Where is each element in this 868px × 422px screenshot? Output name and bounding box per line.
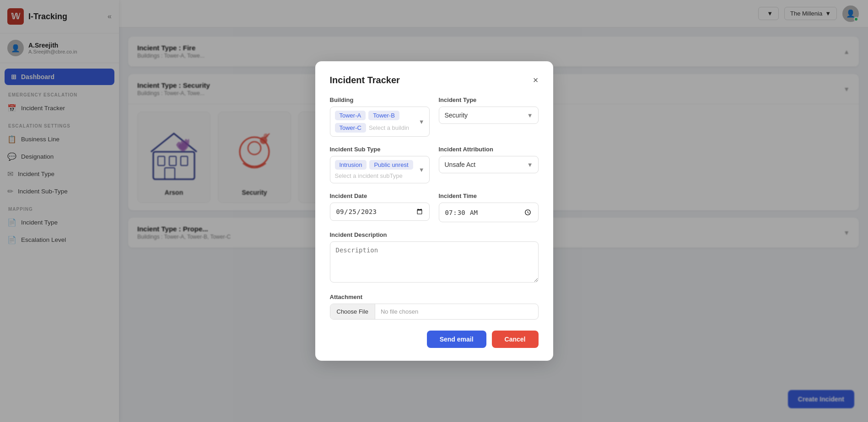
sub-type-tag-public-unrest: Public unrest [369,160,413,170]
building-tags-input[interactable]: Tower-A Tower-B Tower-C Select a buildin… [330,107,430,137]
attribution-select[interactable]: Unsafe Act Negligence External Factor [439,156,539,173]
incident-date-input[interactable] [330,203,430,221]
modal-row-building-type: Building Tower-A Tower-B Tower-C Select … [330,96,539,137]
attribution-label: Incident Attribution [439,146,539,153]
modal-title: Incident Tracker [330,75,400,85]
modal-group-attachment: Attachment Choose File No file chosen [330,294,539,320]
building-label: Building [330,96,430,103]
sub-type-placeholder: Select a incident subType [335,172,403,179]
chevron-down-icon: ▼ [419,166,425,173]
modal-actions: Send email Cancel [330,331,539,348]
modal-group-date: Incident Date [330,192,430,222]
modal-group-time: Incident Time [439,192,539,222]
choose-file-button[interactable]: Choose File [330,304,375,319]
file-input-row: Choose File No file chosen [330,304,539,320]
modal-header: Incident Tracker × [330,75,539,85]
chevron-down-icon: ▼ [419,118,425,125]
building-tag-towera: Tower-A [335,111,366,120]
modal-group-attribution: Incident Attribution Unsafe Act Negligen… [439,146,539,183]
incident-time-input[interactable] [439,203,539,222]
modal-overlay: Incident Tracker × Building Tower-A Towe… [0,0,868,422]
incident-type-label: Incident Type [439,96,539,103]
modal-group-incident-type: Incident Type Security Fire Property Med… [439,96,539,137]
incident-type-select[interactable]: Security Fire Property Medical [439,107,539,124]
description-label: Incident Description [330,231,539,238]
sub-type-tags-input[interactable]: Intrusion Public unrest Select a inciden… [330,156,430,183]
modal-row-subtype-attribution: Incident Sub Type Intrusion Public unres… [330,146,539,183]
send-email-button[interactable]: Send email [427,331,486,348]
incident-type-select-wrap: Security Fire Property Medical ▼ [439,107,539,124]
building-tag-towerb: Tower-B [368,111,399,120]
date-label: Incident Date [330,192,430,199]
modal-group-sub-type: Incident Sub Type Intrusion Public unres… [330,146,430,183]
cancel-button[interactable]: Cancel [492,331,539,348]
building-tag-towerc: Tower-C [335,123,366,133]
time-label: Incident Time [439,192,539,199]
modal-group-description: Incident Description [330,231,539,284]
file-placeholder: No file chosen [375,304,424,319]
modal-row-date-time: Incident Date Incident Time [330,192,539,222]
attachment-label: Attachment [330,294,539,300]
sub-type-tag-intrusion: Intrusion [335,160,367,170]
modal-group-building: Building Tower-A Tower-B Tower-C Select … [330,96,430,137]
description-textarea[interactable] [330,241,539,283]
modal-close-button[interactable]: × [533,75,539,85]
incident-tracker-modal: Incident Tracker × Building Tower-A Towe… [315,61,553,361]
attribution-select-wrap: Unsafe Act Negligence External Factor ▼ [439,156,539,173]
sub-type-label: Incident Sub Type [330,146,430,153]
building-placeholder: Select a buildin [369,124,409,131]
